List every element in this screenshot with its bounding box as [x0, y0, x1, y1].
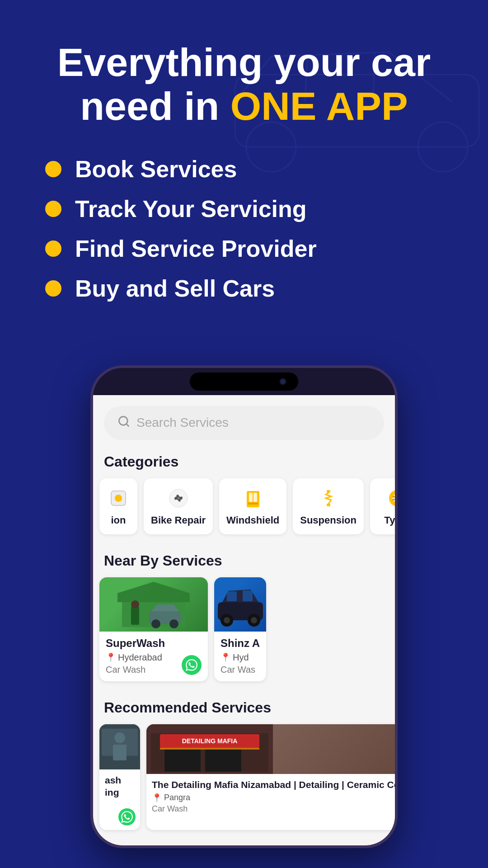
nearby-section: Near By Services [93, 541, 395, 688]
header-section: Everything your car need in ONE APP Book… [0, 0, 488, 365]
search-placeholder: Search Services [136, 415, 229, 430]
feature-text-find: Find Service Provider [75, 235, 317, 262]
feature-text-track: Track Your Servicing [75, 195, 307, 222]
svg-rect-17 [249, 493, 253, 502]
svg-point-46 [251, 617, 257, 623]
bullet-icon [45, 201, 61, 217]
title-highlight: ONE APP [230, 84, 408, 128]
category-icon-suspension [317, 486, 340, 510]
category-item-tyres[interactable]: Tyres [370, 478, 395, 534]
categories-row: ion [93, 476, 395, 541]
feature-item-book: Book Services [45, 156, 443, 183]
rec-card-partial-left[interactable]: ashing [99, 724, 140, 830]
category-icon-tyres [385, 486, 395, 510]
rec-card-detailing[interactable]: DETAILING MAFIA The Detailing Mafia Niza… [146, 724, 395, 830]
bullet-icon [45, 241, 61, 257]
phone-screen: Search Services Categories [93, 395, 395, 836]
feature-list: Book Services Track Your Servicing Find … [27, 156, 461, 302]
bullet-icon [45, 161, 61, 177]
svg-rect-50 [113, 745, 127, 760]
svg-rect-35 [131, 607, 139, 625]
service-card-superwash[interactable]: SuperWash 📍 Hyderabad Car Wash [99, 577, 208, 681]
svg-point-13 [115, 495, 122, 502]
bullet-icon [45, 280, 61, 297]
categories-section: Categories ion [93, 445, 395, 541]
svg-rect-18 [253, 493, 257, 502]
service-location-shinz: 📍 Hyd [221, 652, 260, 663]
category-label-tyres: Tyres [384, 514, 395, 526]
category-label-partial: ion [111, 514, 126, 526]
service-name-superwash: SuperWash [106, 637, 202, 650]
whatsapp-button-superwash[interactable] [182, 655, 202, 675]
location-pin-icon: 📍 [221, 652, 230, 662]
categories-title: Categories [93, 445, 395, 476]
rec-info-detailing: The Detailing Mafia Nizamabad | Detailin… [146, 774, 395, 830]
nearby-title: Near By Services [93, 544, 395, 575]
svg-rect-57 [160, 748, 259, 750]
svg-rect-19 [248, 503, 258, 505]
rec-name-detailing: The Detailing Mafia Nizamabad | Detailin… [152, 778, 395, 791]
service-info-shinz: Shinz A 📍 Hyd Car Was [214, 632, 266, 681]
category-icon-bike-repair [167, 486, 190, 510]
search-container: Search Services [93, 395, 395, 445]
phone-section: Search Services Categories [0, 365, 488, 848]
phone-bottom [93, 836, 395, 845]
recommended-title: Recommended Services [93, 691, 395, 722]
rec-img-partial [99, 724, 140, 769]
feature-item-buy: Buy and Sell Cars [45, 275, 443, 302]
recommended-section: Recommended Services [93, 688, 395, 836]
feature-text-book: Book Services [75, 156, 237, 183]
svg-text:DETAILING MAFIA: DETAILING MAFIA [182, 737, 238, 745]
superwash-image [99, 577, 208, 632]
feature-item-track: Track Your Servicing [45, 195, 443, 222]
search-icon [117, 415, 130, 431]
category-label-windshield: Windshield [226, 514, 279, 526]
feature-text-buy: Buy and Sell Cars [75, 275, 275, 302]
svg-point-15 [177, 497, 179, 499]
feature-item-find: Find Service Provider [45, 235, 443, 262]
main-title: Everything your car need in ONE APP [27, 41, 461, 128]
recommended-row: ashing [93, 722, 395, 836]
rec-name-partial: ashing [105, 774, 135, 799]
svg-point-49 [114, 732, 125, 743]
phone-mockup: Search Services Categories [90, 365, 398, 848]
svg-point-38 [151, 619, 160, 628]
shinz-image [214, 577, 266, 632]
location-pin-icon: 📍 [152, 793, 162, 803]
phone-notch [190, 373, 298, 391]
phone-top-bar [93, 368, 395, 395]
search-bar[interactable]: Search Services [104, 406, 384, 440]
category-label-bike-repair: Bike Repair [151, 514, 206, 526]
nearby-row: SuperWash 📍 Hyderabad Car Wash [93, 575, 395, 688]
category-item-partial[interactable]: ion [99, 478, 137, 534]
rec-type-detailing: Car Wash [152, 804, 395, 814]
service-img-superwash [99, 577, 208, 632]
category-item-suspension[interactable]: Suspension [293, 478, 364, 534]
svg-point-44 [224, 617, 230, 623]
svg-point-36 [131, 600, 139, 609]
svg-rect-16 [247, 491, 259, 507]
location-pin-icon: 📍 [106, 652, 116, 662]
title-line2: need in [80, 84, 230, 128]
service-type-shinz: Car Was [221, 665, 260, 675]
category-item-bike-repair[interactable]: Bike Repair [144, 478, 213, 534]
rec-img-detailing: DETAILING MAFIA [146, 724, 395, 774]
svg-line-11 [126, 424, 128, 426]
title-line1: Everything your car [57, 40, 431, 85]
service-location-text: Hyderabad [118, 652, 162, 663]
svg-point-39 [169, 619, 178, 628]
service-card-shinz[interactable]: Shinz A 📍 Hyd Car Was [214, 577, 266, 681]
rec-location-detailing: 📍 Pangra [152, 793, 395, 803]
svg-rect-42 [243, 590, 253, 601]
category-icon-partial [107, 486, 130, 510]
svg-marker-33 [117, 582, 190, 602]
service-location-text-shinz: Hyd [233, 652, 249, 663]
rec-info-partial: ashing [99, 769, 140, 817]
category-icon-windshield [241, 486, 265, 510]
phone-camera [279, 378, 286, 385]
svg-rect-55 [164, 749, 201, 772]
category-item-windshield[interactable]: Windshield [219, 478, 286, 534]
whatsapp-button-partial[interactable] [118, 808, 136, 826]
svg-rect-56 [205, 749, 241, 772]
svg-rect-41 [227, 591, 237, 601]
